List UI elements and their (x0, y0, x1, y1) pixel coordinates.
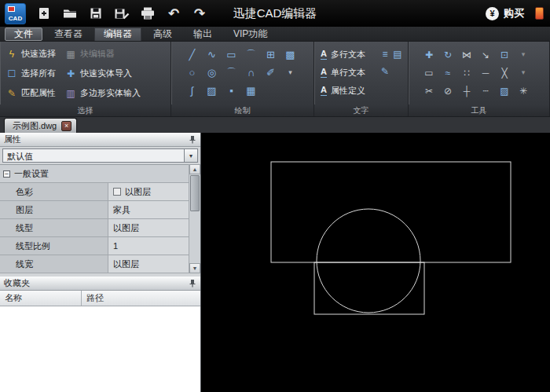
ellipse-icon[interactable]: ◎ (207, 68, 216, 78)
preset-value: 默认值 (3, 149, 184, 162)
text-field-icon[interactable]: ▤ (393, 49, 402, 59)
offset-icon[interactable]: ≈ (446, 68, 451, 78)
property-row-lineweight: 线宽 以图层 (0, 255, 189, 273)
menu-item-vip[interactable]: VIP功能 (224, 27, 277, 41)
explode-icon[interactable]: ✳ (519, 86, 527, 96)
property-value[interactable]: 以图层 (108, 183, 189, 200)
select-all-icon: ☐ (6, 69, 17, 79)
sketch-icon[interactable]: ✐ (266, 68, 275, 78)
polyline-icon[interactable]: ∿ (207, 49, 216, 60)
scroll-down-icon[interactable]: ▼ (189, 263, 200, 273)
polyline-edit-icon[interactable]: ┄ (482, 86, 488, 96)
attribute-define-button[interactable]: A 属性定义 (321, 82, 405, 99)
promo-icon[interactable] (535, 7, 544, 20)
polygon-entity-input-button[interactable]: ▥ 多边形实体输入 (65, 87, 141, 99)
chevron-down-icon[interactable]: ▾ (184, 149, 197, 162)
pin-icon[interactable] (189, 279, 196, 288)
property-label: 线型 (0, 219, 108, 236)
copy-icon[interactable]: ⊡ (500, 50, 508, 60)
array-icon[interactable]: ∷ (464, 68, 470, 78)
polygon-entity-input-icon: ▥ (65, 89, 76, 98)
property-value[interactable]: 以图层 (108, 255, 189, 273)
stretch-icon[interactable]: ▭ (424, 68, 433, 78)
print-button[interactable] (139, 5, 156, 22)
polygon-entity-input-label: 多边形实体输入 (80, 87, 141, 99)
arc-icon[interactable]: ⌒ (226, 68, 236, 78)
save-as-button[interactable] (113, 5, 130, 22)
join-icon[interactable]: ┼ (464, 86, 471, 96)
mirror-icon[interactable]: ⋈ (462, 50, 471, 60)
ribbon-group-tools: ✚ ↻ ⋈ ↘ ⊡ ▾ ▭ ≈ ∷ ─ ╳ ▾ ✂ ⊘ ┼ ┄ ▨ ✳ 工具 (409, 42, 550, 116)
group-label-draw: 绘制 (171, 104, 314, 116)
titlebar: CAD ↶ ↷ 迅捷CAD编辑器 ¥ 购买 (0, 0, 550, 27)
menubar: 文件 查看器 编辑器 高级 输出 VIP功能 (0, 27, 550, 42)
ribbon: ϟ 快速选择 ☐ 选择所有 ✎ 匹配属性 ▦ 块编辑器 ✚ 快速实体导入 (0, 42, 550, 116)
tab-close-icon[interactable]: × (61, 121, 72, 131)
menu-item-output[interactable]: 输出 (184, 27, 222, 41)
new-file-button[interactable] (35, 5, 53, 22)
column-header-path[interactable]: 路径 (82, 291, 200, 306)
quick-select-button[interactable]: ϟ 快速选择 (6, 48, 56, 60)
properties-header: 属性 (0, 133, 200, 147)
insert-block-icon[interactable]: ⊞ (266, 49, 275, 60)
erase-icon[interactable]: ⊘ (444, 86, 452, 96)
property-value[interactable]: 以图层 (108, 219, 189, 236)
quick-entity-import-button[interactable]: ✚ 快速实体导入 (65, 68, 141, 79)
select-all-button[interactable]: ☐ 选择所有 (6, 68, 56, 79)
tools-dropdown-2[interactable]: ▾ (522, 69, 526, 76)
ribbon-group-draw: ╱ ∿ ▭ ⌒ ⊞ ▩ ○ ◎ ⌒ ∩ ✐ ▾ ∫ ▨ ▪ ▦ 绘制 (171, 42, 314, 116)
open-file-button[interactable] (61, 5, 79, 22)
edit-text-icon[interactable]: ✎ (381, 67, 389, 76)
text-style-icon[interactable]: ≡ (382, 49, 387, 59)
pin-icon[interactable] (189, 135, 196, 144)
undo-button[interactable]: ↶ (165, 5, 182, 22)
measure-icon[interactable]: ─ (482, 68, 490, 78)
document-tab[interactable]: 示例图.dwg × (4, 118, 77, 133)
properties-scrollbar[interactable]: ▲ ▼ (189, 164, 200, 273)
scrollbar-thumb[interactable] (190, 175, 200, 211)
table-icon[interactable]: ▦ (246, 86, 255, 96)
property-value[interactable]: 1 (108, 237, 189, 255)
arc-3-point-icon[interactable]: ⌒ (246, 49, 256, 60)
properties-preset-dropdown[interactable]: 默认值 ▾ (2, 148, 198, 163)
menu-item-editor[interactable]: 编辑器 (94, 27, 141, 41)
hatch-icon[interactable]: ▨ (207, 86, 216, 96)
buy-yen-icon[interactable]: ¥ (486, 7, 499, 20)
property-value[interactable]: 家具 (108, 201, 189, 218)
scale-icon[interactable]: ↘ (482, 50, 490, 60)
break-icon[interactable]: ╳ (501, 68, 507, 78)
color-swatch (113, 188, 121, 196)
favorites-list[interactable] (0, 306, 200, 392)
revision-cloud-icon[interactable]: ∩ (248, 68, 255, 78)
rotate-icon[interactable]: ↻ (444, 50, 452, 60)
rectangle-icon[interactable]: ▭ (226, 49, 236, 60)
column-header-name[interactable]: 名称 (0, 291, 82, 306)
property-row-linetype-scale: 线型比例 1 (0, 237, 189, 255)
line-icon[interactable]: ╱ (189, 49, 196, 60)
logo-flag-icon (8, 6, 15, 12)
menu-item-advanced[interactable]: 高级 (144, 27, 182, 41)
spline-icon[interactable]: ∫ (191, 86, 194, 96)
move-icon[interactable]: ✚ (425, 50, 433, 60)
app-logo: CAD (5, 3, 26, 24)
block-editor-icon: ▦ (65, 49, 76, 59)
menu-item-file[interactable]: 文件 (5, 27, 42, 41)
buy-button[interactable]: 购买 (504, 6, 524, 20)
draw-more-dropdown[interactable]: ▾ (288, 69, 292, 76)
point-icon[interactable]: ▪ (229, 86, 233, 96)
hatch-edit-icon[interactable]: ▨ (500, 86, 508, 96)
scroll-up-icon[interactable]: ▲ (189, 164, 200, 174)
drawing-canvas[interactable] (201, 133, 550, 392)
save-button[interactable] (87, 5, 104, 22)
pattern-icon[interactable]: ▩ (285, 49, 295, 60)
group-label-select: 选择 (0, 104, 170, 116)
favorites-header: 收藏夹 (0, 277, 200, 291)
collapse-icon[interactable]: − (3, 170, 10, 178)
quick-access-toolbar: ↶ ↷ (35, 5, 208, 22)
menu-item-viewer[interactable]: 查看器 (45, 27, 92, 41)
circle-icon[interactable]: ○ (189, 68, 196, 78)
match-properties-button[interactable]: ✎ 匹配属性 (6, 87, 56, 99)
redo-button[interactable]: ↷ (191, 5, 208, 22)
tools-dropdown-1[interactable]: ▾ (522, 51, 526, 58)
trim-icon[interactable]: ✂ (425, 86, 433, 96)
